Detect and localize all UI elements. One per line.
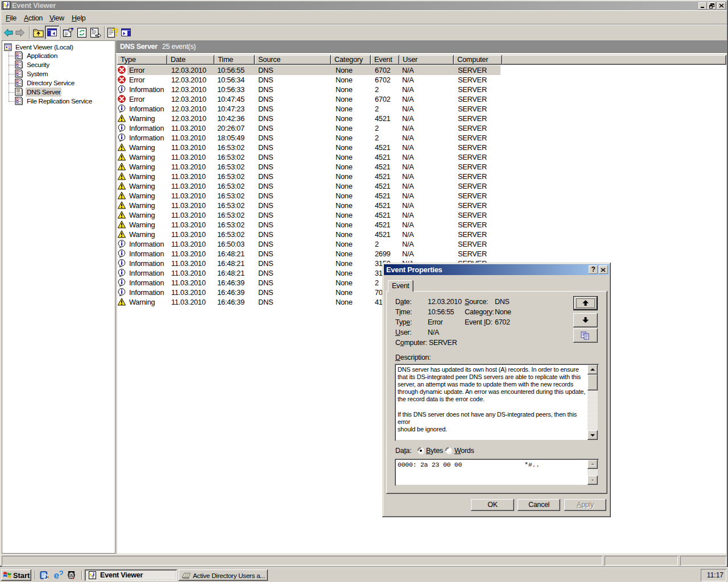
svg-text:e: e	[54, 571, 59, 580]
